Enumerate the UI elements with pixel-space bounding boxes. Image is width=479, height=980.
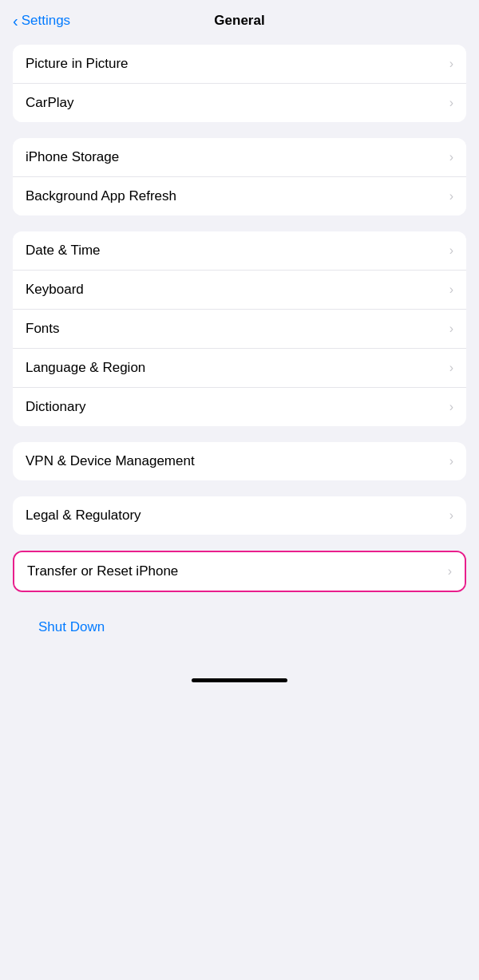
settings-label-iphone-storage: iPhone Storage <box>26 149 119 165</box>
navigation-header: ‹ Settings General <box>0 0 479 37</box>
chevron-icon-legal-regulatory: › <box>449 508 453 523</box>
home-bar <box>192 678 287 682</box>
settings-group-3: Date & Time › Keyboard › Fonts › Languag… <box>13 231 466 426</box>
settings-row-picture-in-picture[interactable]: Picture in Picture › <box>13 45 466 84</box>
chevron-icon-transfer-reset: › <box>448 564 452 579</box>
settings-label-vpn-device-management: VPN & Device Management <box>26 453 195 469</box>
chevron-icon-vpn-device-management: › <box>449 454 453 468</box>
chevron-icon-background-app-refresh: › <box>449 189 453 204</box>
settings-row-fonts[interactable]: Fonts › <box>13 310 466 349</box>
settings-label-legal-regulatory: Legal & Regulatory <box>26 508 141 524</box>
settings-row-keyboard[interactable]: Keyboard › <box>13 271 466 310</box>
settings-group-2: iPhone Storage › Background App Refresh … <box>13 138 466 215</box>
settings-row-language-region[interactable]: Language & Region › <box>13 349 466 388</box>
shut-down-button[interactable]: Shut Down <box>26 608 453 646</box>
chevron-icon-language-region: › <box>449 361 453 375</box>
settings-row-iphone-storage[interactable]: iPhone Storage › <box>13 138 466 177</box>
settings-row-legal-regulatory[interactable]: Legal & Regulatory › <box>13 496 466 535</box>
settings-group-4: VPN & Device Management › <box>13 442 466 480</box>
page-title: General <box>214 13 264 29</box>
settings-group-transfer-reset: Transfer or Reset iPhone › <box>13 551 466 592</box>
settings-row-carplay[interactable]: CarPlay › <box>13 84 466 122</box>
settings-label-dictionary: Dictionary <box>26 399 86 415</box>
shut-down-section: Shut Down <box>13 608 466 646</box>
settings-label-picture-in-picture: Picture in Picture <box>26 56 129 72</box>
settings-label-carplay: CarPlay <box>26 95 73 111</box>
back-label: Settings <box>22 13 70 29</box>
chevron-icon-iphone-storage: › <box>449 150 453 164</box>
chevron-icon-carplay: › <box>449 96 453 110</box>
settings-label-date-time: Date & Time <box>26 243 101 259</box>
shut-down-label: Shut Down <box>38 619 105 634</box>
chevron-icon-fonts: › <box>449 322 453 336</box>
chevron-icon-keyboard: › <box>449 283 453 297</box>
settings-row-background-app-refresh[interactable]: Background App Refresh › <box>13 177 466 215</box>
settings-row-date-time[interactable]: Date & Time › <box>13 231 466 271</box>
settings-row-dictionary[interactable]: Dictionary › <box>13 388 466 426</box>
settings-row-vpn-device-management[interactable]: VPN & Device Management › <box>13 442 466 480</box>
chevron-icon-picture-in-picture: › <box>449 57 453 71</box>
settings-group-1: Picture in Picture › CarPlay › <box>13 45 466 122</box>
settings-group-5: Legal & Regulatory › <box>13 496 466 535</box>
home-indicator <box>0 670 479 698</box>
settings-label-background-app-refresh: Background App Refresh <box>26 188 176 204</box>
settings-label-transfer-reset: Transfer or Reset iPhone <box>27 563 178 579</box>
settings-row-transfer-reset[interactable]: Transfer or Reset iPhone › <box>14 552 465 591</box>
chevron-icon-date-time: › <box>449 243 453 258</box>
chevron-icon-dictionary: › <box>449 400 453 414</box>
settings-label-language-region: Language & Region <box>26 360 145 376</box>
settings-label-fonts: Fonts <box>26 321 60 337</box>
back-button[interactable]: ‹ Settings <box>13 12 70 30</box>
settings-content: Picture in Picture › CarPlay › iPhone St… <box>0 37 479 670</box>
settings-label-keyboard: Keyboard <box>26 282 84 298</box>
back-chevron-icon: ‹ <box>13 12 18 30</box>
